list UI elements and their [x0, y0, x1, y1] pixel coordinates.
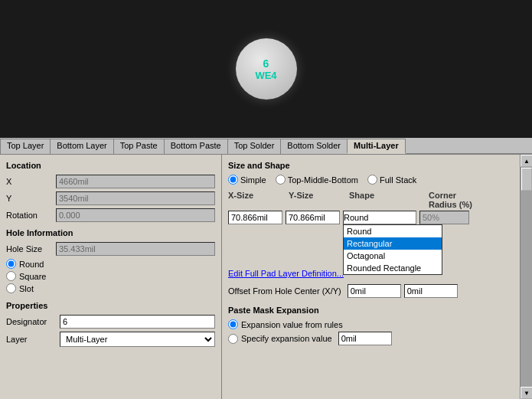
simple-mode-option: Simple — [228, 175, 266, 185]
square-radio-row: Square — [6, 271, 215, 281]
layer-select[interactable]: Multi-Layer Top Layer Bottom Layer — [60, 332, 215, 347]
designator-input[interactable] — [60, 315, 215, 329]
paste-mask-section: Paste Mask Expansion Expansion value fro… — [228, 306, 514, 345]
tab-top-paste[interactable]: Top Paste — [113, 139, 165, 154]
x-size-input[interactable] — [228, 211, 282, 224]
square-label: Square — [19, 272, 46, 281]
from-rules-radio[interactable] — [228, 319, 238, 329]
offset-section: Offset From Hole Center (X/Y) — [228, 284, 514, 298]
y-size-input[interactable] — [286, 211, 340, 224]
scroll-track[interactable] — [521, 167, 532, 387]
shape-input[interactable] — [343, 211, 416, 224]
size-shape-title: Size and Shape — [228, 161, 514, 170]
specify-value-input[interactable] — [338, 332, 392, 345]
tab-bottom-layer[interactable]: Bottom Layer — [50, 139, 113, 154]
tab-bottom-solder[interactable]: Bottom Solder — [280, 139, 348, 154]
table-row-data: Round Rectangular Octagonal Rounded Rect… — [228, 211, 514, 224]
shape-option-octagonal[interactable]: Octagonal — [344, 250, 442, 262]
tab-multi-layer[interactable]: Multi-Layer — [347, 139, 406, 154]
canvas-area: 6 WE4 — [0, 0, 532, 138]
slot-label: Slot — [19, 284, 34, 293]
hole-size-label: Hole Size — [6, 244, 56, 253]
slot-radio-row: Slot — [6, 283, 215, 293]
corner-radius-input[interactable] — [419, 211, 469, 224]
specify-label: Specify expansion value — [241, 334, 332, 343]
scroll-thumb[interactable] — [521, 168, 532, 191]
x-label: X — [6, 177, 56, 186]
rotation-label: Rotation — [6, 211, 56, 220]
layer-label: Layer — [6, 335, 60, 344]
location-section: Location X Y Rotation — [6, 161, 215, 222]
top-middle-bottom-option: Top-Middle-Bottom — [276, 175, 358, 185]
y-input[interactable] — [56, 191, 215, 205]
tab-top-layer[interactable]: Top Layer — [0, 139, 51, 154]
paste-from-rules-row: Expansion value from rules — [228, 319, 514, 329]
mode-radio-group: Simple Top-Middle-Bottom Full Stack — [228, 175, 514, 185]
x-input[interactable] — [56, 175, 215, 188]
main-content: 6 WE4 Top Layer Bottom Layer Top Paste B… — [0, 0, 532, 399]
specify-radio[interactable] — [228, 334, 238, 344]
col-header-shape: Shape — [349, 191, 426, 209]
full-stack-option: Full Stack — [367, 175, 416, 185]
rotation-field-row: Rotation — [6, 208, 215, 222]
y-field-row: Y — [6, 191, 215, 205]
props-section: Properties Designator Layer Multi-Layer … — [6, 301, 215, 347]
hole-size-field-row: Hole Size — [6, 242, 215, 256]
table-header: X-Size Y-Size Shape CornerRadius (%) — [228, 191, 514, 209]
offset-y-input[interactable] — [404, 284, 458, 298]
shape-dropdown-list: Round Rectangular Octagonal Rounded Rect… — [343, 224, 442, 275]
tab-bottom-paste[interactable]: Bottom Paste — [164, 139, 228, 154]
col-header-xsize: X-Size — [228, 191, 286, 209]
shape-dropdown-container: Round Rectangular Octagonal Rounded Rect… — [343, 211, 416, 224]
scroll-down-btn[interactable]: ▼ — [521, 387, 532, 399]
pad-preview: 6 WE4 — [236, 38, 297, 100]
size-shape-section: Size and Shape Simple Top-Middle-Bottom … — [228, 161, 514, 278]
rotation-input[interactable] — [56, 208, 215, 222]
left-panel: Location X Y Rotation Hole Information — [0, 155, 222, 399]
props-title: Properties — [6, 301, 215, 310]
tabs-bar: Top Layer Bottom Layer Top Paste Bottom … — [0, 138, 532, 155]
tab-top-solder[interactable]: Top Solder — [227, 139, 282, 154]
col-header-ysize: Y-Size — [289, 191, 346, 209]
right-scrollbar: ▲ ▼ — [520, 155, 532, 399]
designator-label: Designator — [6, 317, 60, 326]
offset-x-input[interactable] — [348, 284, 401, 298]
shape-option-rounded-rectangle[interactable]: Rounded Rectangle — [344, 262, 442, 274]
offset-label: Offset From Hole Center (X/Y) — [228, 286, 341, 296]
right-panel: Size and Shape Simple Top-Middle-Bottom … — [222, 155, 520, 399]
pad-name: WE4 — [255, 70, 276, 81]
shape-option-round[interactable]: Round — [344, 225, 442, 237]
x-field-row: X — [6, 175, 215, 188]
paste-specify-row: Specify expansion value — [228, 332, 514, 345]
y-label: Y — [6, 194, 56, 203]
shape-option-rectangular[interactable]: Rectangular — [344, 237, 442, 250]
top-middle-bottom-radio[interactable] — [276, 175, 286, 185]
full-stack-label: Full Stack — [380, 175, 416, 185]
simple-label: Simple — [240, 175, 266, 185]
from-rules-label: Expansion value from rules — [241, 320, 343, 329]
slot-radio[interactable] — [6, 283, 16, 293]
simple-radio[interactable] — [228, 175, 238, 185]
paste-mask-title: Paste Mask Expansion — [228, 306, 514, 315]
square-radio[interactable] — [6, 271, 16, 281]
round-radio[interactable] — [6, 259, 16, 269]
edit-full-pad-link[interactable]: Edit Full Pad Layer Definition... — [228, 269, 344, 278]
pad-number: 6 — [263, 57, 269, 70]
hole-shape-radio-group: Round Square Slot — [6, 259, 215, 293]
hole-info-title: Hole Information — [6, 228, 215, 237]
hole-info-section: Hole Information Hole Size Round Square — [6, 228, 215, 293]
round-label: Round — [19, 260, 44, 269]
location-title: Location — [6, 161, 215, 170]
top-middle-bottom-label: Top-Middle-Bottom — [288, 175, 358, 185]
layer-row: Layer Multi-Layer Top Layer Bottom Layer — [6, 332, 215, 347]
col-header-corner: CornerRadius (%) — [429, 191, 482, 209]
full-stack-radio[interactable] — [367, 175, 377, 185]
properties-area: Location X Y Rotation Hole Information — [0, 155, 532, 399]
round-radio-row: Round — [6, 259, 215, 269]
designator-row: Designator — [6, 315, 215, 329]
offset-row: Offset From Hole Center (X/Y) — [228, 284, 514, 298]
scroll-up-btn[interactable]: ▲ — [521, 155, 532, 167]
hole-size-input[interactable] — [56, 242, 215, 256]
